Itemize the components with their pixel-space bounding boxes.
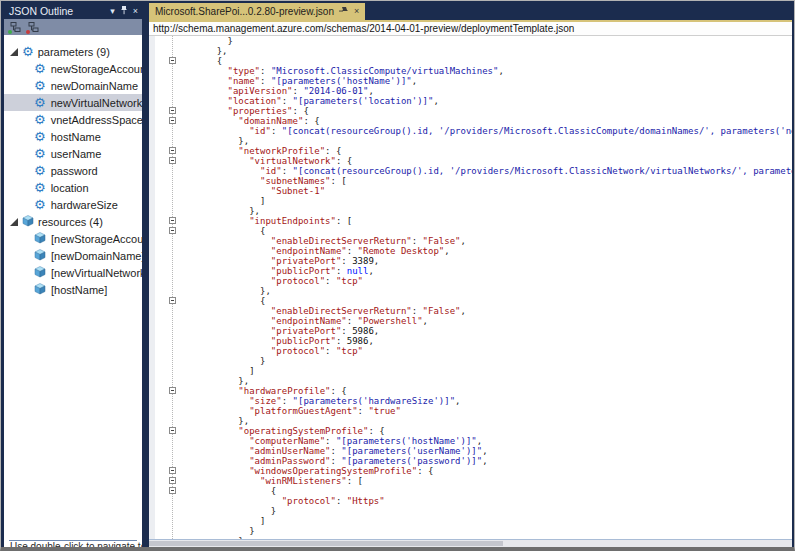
fold-collapse-box[interactable]	[169, 57, 176, 64]
code-line[interactable]: ]	[149, 196, 792, 206]
code-line[interactable]: "windowsOperatingSystemProfile": {	[149, 466, 792, 476]
code-line[interactable]: ]	[149, 366, 792, 376]
tree-item[interactable]: [newVirtualNetworkName]	[4, 264, 142, 281]
code-line[interactable]: },	[149, 416, 792, 426]
code-line[interactable]: "protocol": "tcp"	[149, 276, 792, 286]
tree-item[interactable]: ⚙vnetAddressSpace	[4, 111, 142, 128]
fold-collapse-box[interactable]	[169, 117, 176, 124]
fold-collapse-box[interactable]	[169, 147, 176, 154]
fold-collapse-box[interactable]	[169, 297, 176, 304]
code-line[interactable]: {	[149, 486, 792, 496]
code-line[interactable]: "protocol": "tcp"	[149, 346, 792, 356]
code-line[interactable]: "name": "[parameters('hostName')]",	[149, 76, 792, 86]
code-line[interactable]: "privatePort": 3389,	[149, 256, 792, 266]
code-line[interactable]: "type": "Microsoft.ClassicCompute/virtua…	[149, 66, 792, 76]
fold-collapse-box[interactable]	[169, 387, 176, 394]
code-line[interactable]: "publicPort": null,	[149, 266, 792, 276]
fold-collapse-box[interactable]	[169, 157, 176, 164]
code-line[interactable]: "domainName": {	[149, 116, 792, 126]
code-line[interactable]: "enableDirectServerReturn": "False",	[149, 306, 792, 316]
code-line[interactable]: "privatePort": 5986,	[149, 326, 792, 336]
tab-close-icon[interactable]: ×	[354, 7, 359, 16]
code-line[interactable]: },	[149, 286, 792, 296]
code-line[interactable]: },	[149, 376, 792, 386]
code-line[interactable]: "endpointName": "Powershell",	[149, 316, 792, 326]
code-line[interactable]: "winRMListeners": [	[149, 476, 792, 486]
close-icon[interactable]: ×	[133, 7, 138, 16]
code-line[interactable]: "platformGuestAgent": "true"	[149, 406, 792, 416]
tab-pin-icon[interactable]	[339, 6, 349, 17]
code-text: },	[195, 416, 792, 426]
json-key: "computerName"	[249, 436, 325, 446]
code-line[interactable]: "adminPassword": "[parameters('password'…	[149, 456, 792, 466]
code-line[interactable]: "id": "[concat(resourceGroup().id, '/pro…	[149, 166, 792, 176]
collapse-all-button[interactable]	[26, 21, 39, 34]
code-line[interactable]: },	[149, 206, 792, 216]
fold-collapse-box[interactable]	[169, 217, 176, 224]
code-gutter	[149, 366, 195, 376]
tree-item[interactable]: ⚙location	[4, 179, 97, 196]
code-text: "windowsOperatingSystemProfile": {	[195, 466, 792, 476]
tree-item[interactable]: [newStorageAccountName]	[4, 230, 142, 247]
code-line[interactable]: "networkProfile": {	[149, 146, 792, 156]
tree-item[interactable]: ⚙password	[4, 162, 106, 179]
code-line[interactable]: "location": "[parameters('location')]",	[149, 96, 792, 106]
panel-splitter[interactable]	[142, 3, 149, 547]
tree-item[interactable]: ⚙hostName	[4, 128, 109, 145]
code-line[interactable]: "apiVersion": "2014-06-01",	[149, 86, 792, 96]
document-tab[interactable]: Microsoft.SharePoi...0.2.80-preview.json…	[149, 3, 365, 20]
expander-icon[interactable]	[10, 48, 18, 56]
code-line[interactable]: },	[149, 136, 792, 146]
code-line[interactable]: "Subnet-1"	[149, 186, 792, 196]
fold-collapse-box[interactable]	[169, 427, 176, 434]
expander-icon[interactable]	[10, 218, 18, 226]
code-line[interactable]: "hardwareProfile": {	[149, 386, 792, 396]
tree-item[interactable]: ⚙newVirtualNetworkName	[4, 94, 142, 111]
tree-item[interactable]: ⚙newStorageAccountName	[4, 60, 142, 77]
window-menu-chevron-icon[interactable]: ▾	[110, 7, 115, 16]
code-line[interactable]: "subnetNames": [	[149, 176, 792, 186]
tree-item[interactable]: ⚙newDomainName	[4, 77, 142, 94]
code-editor[interactable]: } }, { "type": "Microsoft.ClassicCompute…	[149, 36, 792, 539]
fold-collapse-box[interactable]	[169, 487, 176, 494]
code-line[interactable]: "computerName": "[parameters('hostName')…	[149, 436, 792, 446]
fold-collapse-box[interactable]	[169, 107, 176, 114]
code-line[interactable]: "virtualNetwork": {	[149, 156, 792, 166]
code-line[interactable]: }	[149, 36, 792, 46]
tree-item[interactable]: [newDomainName]	[4, 247, 142, 264]
code-line[interactable]: "adminUserName": "[parameters('userName'…	[149, 446, 792, 456]
fold-collapse-box[interactable]	[169, 467, 176, 474]
code-line[interactable]: "id": "[concat(resourceGroup().id, '/pro…	[149, 126, 792, 136]
pin-icon[interactable]	[120, 5, 128, 17]
expand-all-button[interactable]	[8, 21, 21, 34]
schema-url-bar[interactable]: http://schema.management.azure.com/schem…	[149, 22, 792, 36]
code-line[interactable]: }	[149, 526, 792, 536]
code-line[interactable]: "publicPort": 5986,	[149, 336, 792, 346]
code-line[interactable]: {	[149, 296, 792, 306]
code-line[interactable]: ]	[149, 516, 792, 526]
code-line[interactable]: "protocol": "Https"	[149, 496, 792, 506]
tree-item[interactable]: ⚙userName	[4, 145, 109, 162]
code-line[interactable]: "properties": {	[149, 106, 792, 116]
code-line[interactable]: }	[149, 356, 792, 366]
code-line[interactable]: },	[149, 46, 792, 56]
tree-group[interactable]: ⚙parameters (9)	[4, 43, 142, 60]
json-key: "privatePort"	[271, 326, 341, 336]
code-line[interactable]: "inputEndpoints": [	[149, 216, 792, 226]
code-line[interactable]: "size": "[parameters('hardwareSize')]",	[149, 396, 792, 406]
code-gutter	[149, 116, 195, 126]
code-line[interactable]: "enableDirectServerReturn": "False",	[149, 236, 792, 246]
horizontal-scrollbar[interactable]	[149, 539, 792, 547]
code-line[interactable]: "operatingSystemProfile": {	[149, 426, 792, 436]
tree-item[interactable]: [hostName]	[4, 281, 115, 298]
scrollbar-thumb[interactable]	[149, 541, 503, 546]
code-line[interactable]: "endpointName": "Remote Desktop",	[149, 246, 792, 256]
tree-group[interactable]: resources (4)	[4, 213, 142, 230]
code-line[interactable]: {	[149, 226, 792, 236]
code-line[interactable]: {	[149, 56, 792, 66]
tree-item[interactable]: ⚙hardwareSize	[4, 196, 126, 213]
code-line[interactable]: }	[149, 506, 792, 516]
indent	[195, 206, 249, 216]
fold-collapse-box[interactable]	[169, 227, 176, 234]
fold-collapse-box[interactable]	[169, 477, 176, 484]
